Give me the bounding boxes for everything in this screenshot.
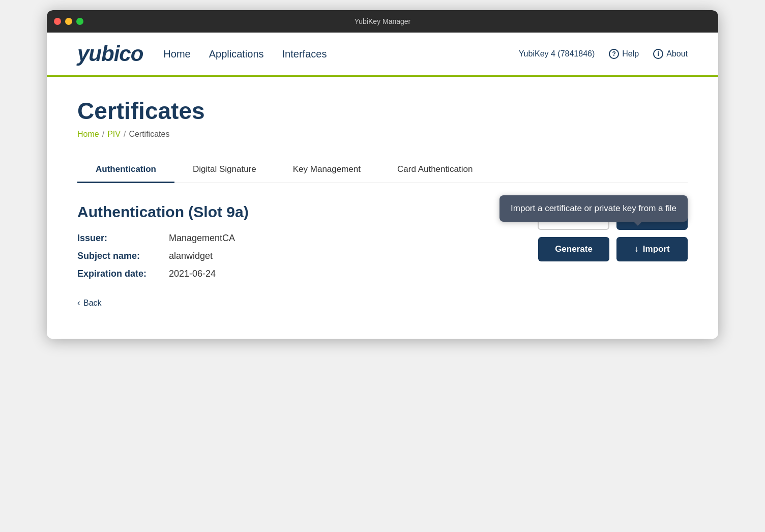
device-label: YubiKey 4 (7841846): [519, 49, 595, 58]
titlebar: YubiKey Manager: [47, 10, 718, 33]
tabs: Authentication Digital Signature Key Man…: [77, 157, 688, 183]
tab-authentication[interactable]: Authentication: [77, 157, 174, 183]
breadcrumb-sep-2: /: [124, 130, 126, 139]
content-area: Authentication (Slot 9a) Issuer: Managem…: [77, 203, 688, 308]
header-right: YubiKey 4 (7841846) ? Help i About: [519, 49, 688, 59]
slot-title: Authentication (Slot 9a): [77, 203, 505, 221]
about-link[interactable]: i About: [653, 49, 688, 59]
cert-info: Authentication (Slot 9a) Issuer: Managem…: [77, 203, 505, 308]
expiration-field: Expiration date: 2021-06-24: [77, 269, 505, 279]
help-link[interactable]: ? Help: [609, 49, 639, 59]
issuer-field: Issuer: ManagementCA: [77, 233, 505, 244]
expiration-label: Expiration date:: [77, 269, 169, 279]
back-link[interactable]: ‹ Back: [77, 298, 505, 308]
bottom-btn-row: Generate ↓ Import: [538, 237, 688, 261]
help-icon: ?: [609, 49, 619, 59]
tab-key-management[interactable]: Key Management: [275, 157, 379, 183]
back-label: Back: [83, 299, 102, 308]
nav-applications[interactable]: Applications: [209, 46, 264, 62]
back-arrow-icon: ‹: [77, 298, 80, 308]
breadcrumb-piv[interactable]: PIV: [107, 130, 121, 139]
nav-interfaces[interactable]: Interfaces: [282, 46, 327, 62]
subject-field: Subject name: alanwidget: [77, 251, 505, 261]
import-tooltip: Import a certificate or private key from…: [499, 195, 688, 222]
header-left: yubico Home Applications Interfaces: [77, 42, 327, 66]
subject-value: alanwidget: [169, 251, 213, 261]
about-icon: i: [653, 49, 663, 59]
nav-home[interactable]: Home: [163, 46, 190, 62]
import-button[interactable]: ↓ Import: [616, 237, 688, 261]
maximize-button[interactable]: [76, 18, 83, 25]
minimize-button[interactable]: [65, 18, 72, 25]
header: yubico Home Applications Interfaces Yubi…: [47, 33, 718, 77]
tab-card-authentication[interactable]: Card Authentication: [379, 157, 491, 183]
buttons-area: Import a certificate or private key from…: [505, 203, 688, 261]
generate-button[interactable]: Generate: [538, 237, 609, 261]
import-icon: ↓: [634, 244, 639, 254]
issuer-label: Issuer:: [77, 233, 169, 244]
breadcrumb: Home / PIV / Certificates: [77, 130, 688, 139]
expiration-value: 2021-06-24: [169, 269, 216, 279]
close-button[interactable]: [54, 18, 61, 25]
titlebar-buttons: [54, 18, 83, 25]
breadcrumb-sep-1: /: [102, 130, 104, 139]
main-nav: Home Applications Interfaces: [163, 46, 327, 62]
main-content: Certificates Home / PIV / Certificates A…: [47, 77, 718, 339]
breadcrumb-home[interactable]: Home: [77, 130, 99, 139]
window-title: YubiKey Manager: [355, 17, 411, 25]
breadcrumb-current: Certificates: [129, 130, 169, 139]
tab-digital-signature[interactable]: Digital Signature: [174, 157, 275, 183]
issuer-value: ManagementCA: [169, 233, 235, 244]
page-title: Certificates: [77, 97, 688, 125]
subject-label: Subject name:: [77, 251, 169, 261]
logo: yubico: [77, 42, 143, 66]
